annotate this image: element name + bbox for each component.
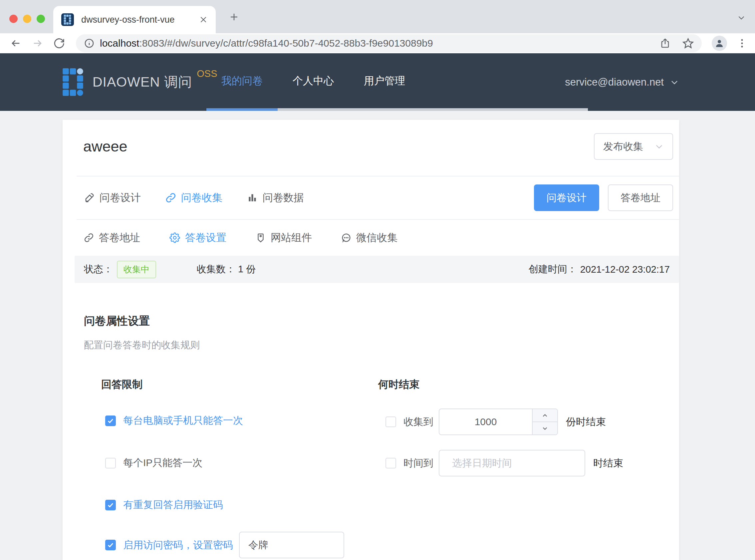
new-tab-button[interactable] [229,12,239,22]
created-time-label: 创建时间： [529,263,577,276]
brand[interactable]: DIAOWEN 调问 OSS [63,68,217,96]
tab-close-icon[interactable] [199,15,208,24]
check-icon [107,417,114,424]
app-navbar: DIAOWEN 调问 OSS 我的问卷 个人中心 用户管理 service@di… [0,53,755,111]
browser-toolbar: localhost:8083/#/dw/survey/c/attr/c98fa1… [0,33,755,53]
brand-name: DIAOWEN 调问 [93,73,192,91]
maximize-window-button[interactable] [37,15,45,23]
option-end-by-time: 时间到 时结束 [386,450,679,476]
option-one-ip: 每个IP只能答一次 [105,456,378,470]
menu-item-profile[interactable]: 个人中心 [278,53,349,108]
menu-active-underline [206,108,278,111]
bar-chart-icon [247,193,258,203]
count-suffix: 份时结束 [566,415,606,429]
checkbox-one-ip[interactable] [105,458,116,468]
checkbox-password[interactable] [105,540,116,551]
tab-title: dwsurvey-oss-front-vue [81,15,195,25]
answer-url-button[interactable]: 答卷地址 [608,184,673,211]
password-input[interactable] [239,532,344,558]
tab-list-chevron-icon[interactable] [737,13,746,22]
subtab-site-widget[interactable]: 网站组件 [256,231,312,245]
spinner-up-button[interactable] [533,409,557,422]
time-suffix: 时结束 [593,457,623,470]
survey-title: aweee [83,138,127,155]
chat-bubble-icon [341,233,351,243]
option-password: 启用访问密码，设置密码 [105,532,378,558]
tag-icon [256,233,266,243]
chevron-down-icon [670,78,679,87]
address-bar[interactable]: localhost:8083/#/dw/survey/c/attr/c98fa1… [76,34,702,52]
datetime-picker[interactable] [439,450,585,476]
section-title: 问卷属性设置 [84,314,679,328]
menu-item-user-admin[interactable]: 用户管理 [349,53,420,108]
link-icon [165,193,176,203]
created-time-value: 2021-12-02 23:02:17 [580,264,670,275]
link-icon [84,233,94,243]
chevron-up-icon [541,412,549,419]
menu-item-my-surveys[interactable]: 我的问卷 [206,53,278,108]
chevron-down-icon [541,425,549,432]
collect-subtabs: 答卷地址 答卷设置 网站组件 微信收集 [63,220,679,256]
collect-count-value: 1 份 [238,263,256,276]
share-icon[interactable] [660,38,670,48]
chevron-down-icon [654,142,664,151]
gear-icon [169,233,180,243]
publish-select[interactable]: 发布收集 [594,133,673,160]
option-one-device: 每台电脑或手机只能答一次 [105,414,378,427]
browser-tabstrip: dwsurvey-oss-front-vue [0,0,755,33]
status-badge: 收集中 [117,261,156,278]
status-label: 状态： [84,263,113,276]
minimize-window-button[interactable] [23,15,31,23]
browser-tab[interactable]: dwsurvey-oss-front-vue [53,6,216,33]
favicon [61,13,74,26]
tab-survey-collect[interactable]: 问卷收集 [165,191,222,205]
option-end-by-count: 收集到 份时结束 [386,408,679,435]
check-icon [107,501,114,509]
subtab-answer-settings[interactable]: 答卷设置 [169,231,226,245]
answer-limit-heading: 回答限制 [101,377,378,392]
browser-menu-icon[interactable] [736,38,748,49]
section-description: 配置问卷答卷时的收集规则 [84,339,679,352]
survey-design-button[interactable]: 问卷设计 [534,184,599,211]
user-dropdown[interactable]: service@diaowen.net [565,53,679,111]
user-email: service@diaowen.net [565,76,664,88]
check-icon [107,541,114,549]
count-number-input [439,408,558,435]
back-button[interactable] [10,38,21,49]
tab-survey-data[interactable]: 问卷数据 [247,191,304,205]
checkbox-captcha[interactable] [105,500,116,511]
pencil-icon [84,193,95,203]
end-rules-heading: 何时结束 [378,377,679,392]
option-captcha: 有重复回答启用验证码 [105,498,378,512]
survey-card: aweee 发布收集 问卷设计 问卷收集 问卷数据 [63,120,679,560]
diaowen-logo-icon [63,68,84,96]
window-controls[interactable] [9,15,45,23]
subtab-answer-url[interactable]: 答卷地址 [84,231,140,245]
number-spinner [532,409,557,435]
browser-profile-avatar[interactable] [712,36,727,51]
survey-tabs: 问卷设计 问卷收集 问卷数据 问卷设计 答卷地址 [63,177,679,219]
datetime-field[interactable] [452,457,580,469]
spinner-down-button[interactable] [533,422,557,435]
checkbox-end-by-count[interactable] [386,417,396,427]
close-window-button[interactable] [9,15,18,23]
status-bar: 状态： 收集中 收集数： 1 份 创建时间： 2021-12-02 23:02:… [75,256,679,283]
site-info-icon[interactable] [84,38,95,48]
subtab-wechat-collect[interactable]: 微信收集 [341,231,397,245]
tab-survey-design[interactable]: 问卷设计 [84,191,141,205]
bookmark-star-icon[interactable] [682,38,694,49]
checkbox-end-by-time[interactable] [386,458,396,468]
reload-button[interactable] [53,38,65,49]
url-text: localhost:8083/#/dw/survey/c/attr/c98fa1… [100,38,433,49]
main-menu: 我的问卷 个人中心 用户管理 [206,53,420,108]
collect-count-label: 收集数： [197,263,236,276]
forward-button[interactable] [32,38,43,49]
checkbox-one-device[interactable] [105,416,116,426]
